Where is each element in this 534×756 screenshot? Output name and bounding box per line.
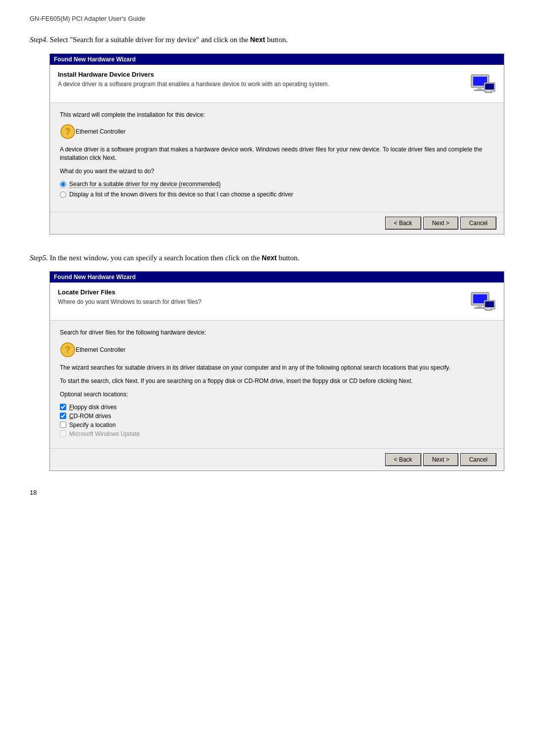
wizard-content-step4: This wizard will complete the installati… xyxy=(50,103,504,212)
svg-text:?: ? xyxy=(65,345,71,355)
step4-text-before: Select "Search for a suitable driver for… xyxy=(48,36,250,44)
wizard-window-step5: Found New Hardware Wizard Locate Driver … xyxy=(49,271,504,471)
back-button-step5[interactable]: < Back xyxy=(386,454,421,466)
cancel-button-step5[interactable]: Cancel xyxy=(461,454,496,466)
wizard-intro-step4: This wizard will complete the installati… xyxy=(60,111,494,119)
step5-label: Step5. xyxy=(30,254,48,262)
checkbox-specify-input[interactable] xyxy=(60,422,66,428)
step4-bold: Next xyxy=(250,36,265,44)
optional-label: Optional search locations: xyxy=(60,390,494,399)
checkbox-winupdate[interactable]: Microsoft Windows Update xyxy=(60,430,494,437)
step4-block: Step4. Select "Search for a suitable dri… xyxy=(30,34,504,235)
wizard-buttons-step4: < Back Next > Cancel xyxy=(50,212,504,234)
checkbox-winupdate-input[interactable] xyxy=(60,430,66,437)
radio-search-text: Search for a suitable driver for my devi… xyxy=(69,181,221,188)
back-button-step4[interactable]: < Back xyxy=(386,217,421,229)
wizard-header-step4: Install Hardware Device Drivers A device… xyxy=(50,65,504,103)
wizard-desc1-step4: A device driver is a software program th… xyxy=(60,145,494,162)
svg-rect-2 xyxy=(477,88,482,90)
svg-rect-3 xyxy=(474,90,485,91)
device-row-step5: ? Ethernet Controller xyxy=(60,342,494,358)
step4-text-after: button. xyxy=(265,36,288,44)
wizard-titlebar-step5: Found New Hardware Wizard xyxy=(50,272,504,283)
next-button-step5[interactable]: Next > xyxy=(424,454,458,466)
checkbox-floppy[interactable]: Floppy disk drives xyxy=(60,404,494,411)
checkbox-group-step5: Floppy disk drives CD-ROM drives Specify… xyxy=(60,404,494,437)
wizard-install-desc: A device driver is a software program th… xyxy=(58,80,464,89)
checkbox-floppy-input[interactable] xyxy=(60,404,66,410)
device-name-step5: Ethernet Controller xyxy=(76,346,126,353)
wizard-intro-step5: Search for driver files for the followin… xyxy=(60,329,494,337)
step5-text-after: button. xyxy=(277,254,300,262)
svg-rect-7 xyxy=(485,92,492,93)
wizard-question-step4: What do you want the wizard to do? xyxy=(60,167,494,176)
wizard-install-title: Install Hardware Device Drivers xyxy=(58,71,464,78)
device-name-step4: Ethernet Controller xyxy=(76,128,126,135)
page-header: GN-FE605(M) PCI Adapter User's Guide xyxy=(30,15,504,22)
radio-item-search[interactable]: Search for a suitable driver for my devi… xyxy=(60,181,494,189)
device-row-step4: ? Ethernet Controller xyxy=(60,124,494,140)
step4-text: Step4. Select "Search for a suitable dri… xyxy=(30,34,504,46)
page-number: 18 xyxy=(30,489,504,496)
wizard-buttons-step5: < Back Next > Cancel xyxy=(50,448,504,471)
wizard-locate-title: Locate Driver Files xyxy=(58,288,464,296)
radio-group-step4: Search for a suitable driver for my devi… xyxy=(60,181,494,199)
wizard-header-text-step4: Install Hardware Device Drivers A device… xyxy=(58,71,464,89)
radio-item-display[interactable]: Display a list of the known drivers for … xyxy=(60,191,494,199)
svg-rect-15 xyxy=(485,301,494,307)
wizard-window-step4: Found New Hardware Wizard Install Hardwa… xyxy=(49,53,504,235)
svg-rect-12 xyxy=(477,305,482,307)
radio-search-label: Search for a suitable driver for my devi… xyxy=(69,181,221,189)
step5-block: Step5. In the next window, you can speci… xyxy=(30,252,504,471)
step5-bold: Next xyxy=(262,254,276,262)
wizard-desc1-step5: The wizard searches for suitable drivers… xyxy=(60,364,494,372)
hardware-wizard-icon-step5 xyxy=(470,288,496,314)
checkbox-cdrom[interactable]: CD-ROM drives xyxy=(60,413,494,420)
wizard-header-step5: Locate Driver Files Where do you want Wi… xyxy=(50,283,504,321)
step5-text-before: In the next window, you can specify a se… xyxy=(48,254,262,262)
device-qmark-icon-step4: ? xyxy=(60,124,76,140)
radio-search-input[interactable] xyxy=(60,181,66,188)
wizard-titlebar-step4: Found New Hardware Wizard xyxy=(50,54,504,65)
checkbox-winupdate-label: Microsoft Windows Update xyxy=(69,430,140,437)
svg-rect-17 xyxy=(485,310,492,311)
checkbox-specify[interactable]: Specify a location xyxy=(60,422,494,428)
radio-display-label: Display a list of the known drivers for … xyxy=(69,191,293,199)
radio-display-input[interactable] xyxy=(60,191,66,198)
svg-rect-16 xyxy=(487,308,490,310)
wizard-content-step5: Search for driver files for the followin… xyxy=(50,321,504,448)
wizard-header-text-step5: Locate Driver Files Where do you want Wi… xyxy=(58,288,464,306)
svg-rect-6 xyxy=(487,91,490,92)
checkbox-cdrom-input[interactable] xyxy=(60,413,66,419)
hardware-wizard-icon-step4 xyxy=(470,71,496,96)
wizard-desc2-step5: To start the search, click Next. If you … xyxy=(60,377,494,385)
cancel-button-step4[interactable]: Cancel xyxy=(461,217,496,229)
step5-text: Step5. In the next window, you can speci… xyxy=(30,252,504,264)
checkbox-specify-label: Specify a location xyxy=(69,422,116,428)
svg-text:?: ? xyxy=(65,127,71,137)
device-qmark-icon-step5: ? xyxy=(60,342,76,358)
svg-rect-13 xyxy=(474,307,485,309)
next-button-step4[interactable]: Next > xyxy=(424,217,458,229)
svg-rect-5 xyxy=(485,84,494,90)
wizard-locate-desc: Where do you want Windows to search for … xyxy=(58,298,464,306)
step4-label: Step4. xyxy=(30,36,48,44)
checkbox-cdrom-label: CD-ROM drives xyxy=(69,413,111,420)
checkbox-floppy-label: Floppy disk drives xyxy=(69,404,117,411)
